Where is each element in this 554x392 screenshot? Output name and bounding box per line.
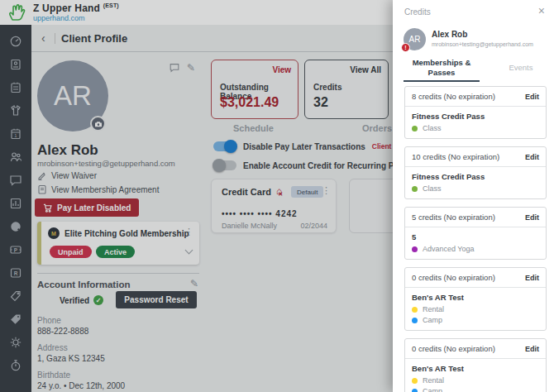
edit-button[interactable]: Edit [525,153,539,161]
credit-pass-item: Rental [412,305,539,313]
credit-pass-card: 5 credits (No expiration)Edit5Advanced Y… [404,207,547,260]
event-type-dot-icon [412,246,418,252]
event-type-dot-icon [412,389,418,392]
credits-drawer: Credits × AR ! Alex Rob mrobinson+testin… [393,0,554,392]
event-type-dot-icon [412,126,418,131]
drawer-client-name: Alex Rob [432,30,467,39]
event-type-dot-icon [412,378,418,384]
event-type-label: Class [423,124,442,132]
drawer-avatar: AR ! [404,28,426,50]
event-type-label: Class [423,184,442,193]
credit-pass-header: 10 credits (No expiration) [412,152,499,161]
event-type-dot-icon [412,307,418,313]
credit-pass-card: 0 credits (No expiration)EditBen's AR Te… [404,267,547,331]
credit-pass-title: Ben's AR Test [412,364,539,373]
credit-pass-item: Rental [412,376,539,385]
drawer-card-list: 8 credits (No expiration)EditFitness Cre… [404,86,547,392]
event-type-label: Camp [423,316,442,324]
edit-button[interactable]: Edit [525,213,539,222]
credit-pass-header: 0 credits (No expiration) [412,273,495,282]
close-icon[interactable]: × [538,5,545,17]
credit-pass-header: 8 credits (No expiration) [412,92,495,101]
credit-pass-item: Class [412,184,539,193]
event-type-label: Rental [423,376,444,385]
active-tab-underline [404,80,480,82]
credit-pass-item: Camp [412,387,539,392]
event-type-label: Camp [423,387,442,392]
credit-pass-item: Advanced Yoga [412,245,539,253]
tab-memberships-passes[interactable]: Memberships & Passes [404,58,480,78]
credit-pass-item: Camp [412,316,539,324]
credit-pass-title: Fitness Credit Pass [412,172,539,181]
tab-events[interactable]: Events [496,63,546,72]
drawer-title: Credits [404,7,431,17]
event-type-label: Rental [423,305,444,313]
credit-pass-title: Ben's AR Test [412,293,539,302]
edit-button[interactable]: Edit [525,93,539,101]
alert-badge: ! [401,43,410,52]
credit-pass-item: Class [412,124,539,132]
credit-pass-card: 0 credits (No expiration)EditBen's AR Te… [404,338,547,392]
event-type-dot-icon [412,186,418,192]
credit-pass-header: 5 credits (No expiration) [412,213,495,222]
credit-pass-card: 10 credits (No expiration)EditFitness Cr… [404,146,547,199]
drawer-client-email: mrobinson+testing@getupperhand.com [432,41,533,47]
credit-pass-header: 0 credits (No expiration) [412,344,495,353]
credit-pass-card: 8 credits (No expiration)EditFitness Cre… [404,86,547,139]
event-type-dot-icon [412,318,418,323]
edit-button[interactable]: Edit [525,345,539,353]
credit-pass-title: 5 [412,232,539,241]
edit-button[interactable]: Edit [525,274,539,282]
event-type-label: Advanced Yoga [423,245,475,253]
credit-pass-title: Fitness Credit Pass [412,112,539,121]
